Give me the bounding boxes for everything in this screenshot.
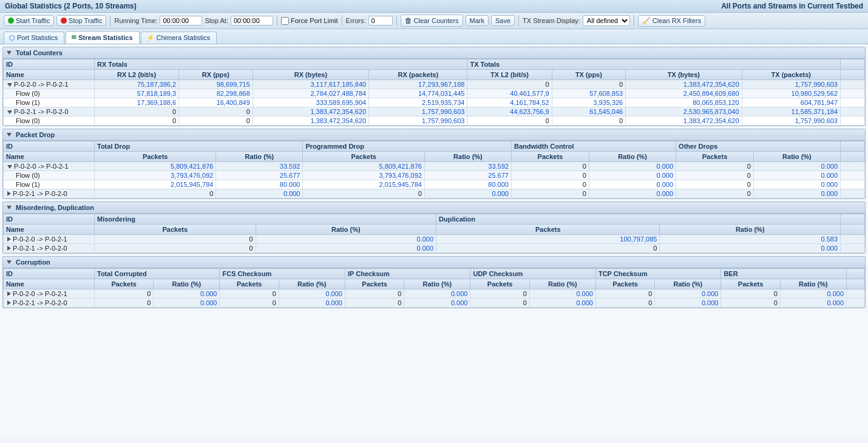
pd-f1-bc-pkt: 0	[511, 180, 589, 189]
tc-f0-tx-l2: 40,461,577,9	[467, 89, 552, 98]
pd-f1-od-pkt: 0	[676, 180, 754, 189]
expand-icon2[interactable]	[7, 110, 12, 114]
cor-expand1[interactable]	[7, 291, 11, 296]
sep5	[518, 15, 519, 26]
corruption-section: Corruption ID Total Corrupted FCS Checks…	[2, 256, 866, 308]
pd-f0-td-ratio: 25.677	[216, 171, 303, 180]
pd-bw-ctrl-header: Bandwidth Control	[511, 141, 676, 152]
cor-r2-fcs-pkt: 0	[220, 299, 279, 308]
stop-traffic-icon	[61, 18, 67, 24]
pd-f0-extra	[841, 171, 865, 180]
mis-r2-mis-ratio: 0.000	[256, 244, 436, 253]
cor-ber-pkt-header: Packets	[721, 279, 780, 289]
tc-f0-tx-bytes: 2,450,894,609,680	[626, 89, 742, 98]
tab-stream-statistics[interactable]: ≋ Stream Statistics	[66, 31, 139, 44]
cor-tc-pkt-header: Packets	[95, 279, 154, 289]
packet-drop-header[interactable]: Packet Drop	[3, 129, 865, 141]
force-port-limit-checkbox[interactable]	[281, 17, 289, 25]
clean-rx-filters-button[interactable]: 🧹 Clean RX Filters	[638, 15, 705, 27]
mis-r1-mis-ratio: 0.000	[256, 235, 436, 244]
tx-stream-display-label: TX Stream Display:	[523, 17, 580, 24]
stop-traffic-button[interactable]: Stop Traffic	[56, 15, 106, 26]
pd-r2-bc-ratio: 0.000	[589, 189, 676, 198]
save-button[interactable]: Save	[491, 15, 515, 26]
mis-dup-ratio-header: Ratio (%)	[660, 225, 841, 235]
pd-od-pkt-header: Packets	[676, 152, 754, 162]
table-row: Flow (1) 17,369,188,6 16,400,849 333,589…	[4, 98, 865, 107]
tab-chimera-statistics[interactable]: ⚡ Chimera Statistics	[141, 32, 217, 44]
table-row: Flow (0) 3,793,476,092 25.677 3,793,476,…	[4, 171, 865, 180]
cor-r2-tc-ratio: 0.000	[154, 299, 220, 308]
tc-extra2-header	[841, 70, 865, 80]
sep4	[396, 15, 397, 26]
mis-expand2[interactable]	[7, 246, 11, 251]
testbed-title: All Ports and Streams in Current Testbed	[721, 2, 863, 10]
tx-stream-display-select[interactable]: All defined	[583, 15, 630, 26]
running-time-label: Running Time:	[114, 17, 157, 24]
tc-rx-l2-header: RX L2 (bit/s)	[95, 70, 179, 80]
tc-tx-bytes: 1,383,472,354,620	[626, 80, 742, 89]
cor-expand2[interactable]	[7, 300, 11, 305]
pd-r2-bc-pkt: 0	[511, 189, 589, 198]
mis-mis-pkt-header: Packets	[95, 225, 256, 235]
tc-f0-extra	[841, 89, 865, 98]
stop-at-label: Stop At:	[205, 17, 228, 24]
tc-rx-bytes-header: RX (bytes)	[253, 70, 368, 80]
pd-row1-name: P-0-2-0 -> P-0-2-1	[4, 162, 95, 171]
mis-mis-ratio-header: Ratio (%)	[256, 225, 436, 235]
tc-rx-pps-header: RX (pps)	[179, 70, 253, 80]
pd-f1-extra	[841, 180, 865, 189]
running-time-input[interactable]	[160, 16, 202, 25]
pd-r1-td-ratio: 33.592	[216, 162, 303, 171]
pd-expand1[interactable]	[7, 165, 12, 169]
tc-f0-tx-packets: 10,980,529,562	[742, 89, 840, 98]
pd-extra-header	[841, 141, 865, 152]
pd-r2-od-ratio: 0.000	[753, 189, 840, 198]
clear-counters-button[interactable]: 🗑 Clear Counters	[401, 15, 463, 27]
cor-ber-header: BER	[721, 269, 847, 279]
tc-r2-f0-tx-bytes: 1,383,472,354,620	[626, 117, 742, 126]
stop-at-input[interactable]	[231, 16, 273, 25]
pd-expand2[interactable]	[7, 191, 11, 196]
tc-f0-rx-pps: 82,298,868	[179, 89, 253, 98]
pd-f0-td-pkt: 3,793,476,092	[95, 171, 216, 180]
tab-port-statistics[interactable]: ⬡ Port Statistics	[4, 32, 64, 44]
pd-f0-bc-ratio: 0.000	[589, 171, 676, 180]
misordering-collapse-icon	[7, 206, 12, 209]
mis-expand1[interactable]	[7, 237, 11, 242]
mark-button[interactable]: Mark	[466, 15, 489, 26]
pd-total-drop-header: Total Drop	[95, 141, 303, 152]
cor-r1-tcp-pkt: 0	[595, 289, 654, 299]
errors-input[interactable]	[368, 16, 393, 25]
pd-f0-od-pkt: 0	[676, 171, 754, 180]
misordering-header[interactable]: Misordering, Duplication	[3, 202, 865, 214]
tabs-bar: ⬡ Port Statistics ≋ Stream Statistics ⚡ …	[0, 29, 868, 44]
force-port-limit-label[interactable]: Force Port Limit	[281, 17, 338, 25]
tc-r2-f0-rx-packets: 1,757,990,603	[369, 117, 467, 126]
tc-r2-f0-rx-l2: 0	[95, 117, 179, 126]
tc-r2-tx-pps: 61,545,046	[552, 107, 626, 117]
sep2	[277, 15, 277, 26]
tc-r2-tx-l2: 44,623,756,9	[467, 107, 552, 117]
tc-tx-l2: 0	[467, 80, 552, 89]
tc-f0-rx-packets: 14,774,031,445	[369, 89, 467, 98]
corruption-header[interactable]: Corruption	[3, 257, 865, 268]
expand-icon[interactable]	[7, 83, 12, 87]
pd-f0-pd-ratio: 25.677	[424, 171, 511, 180]
tc-name-header: Name	[4, 70, 95, 80]
tc-r2-extra	[841, 107, 865, 117]
pd-r1-bc-pkt: 0	[511, 162, 589, 171]
cor-tc-header: Total Corrupted	[95, 269, 220, 279]
chimera-stats-icon: ⚡	[146, 34, 155, 42]
table-row: P-0-2-0 -> P-0-2-1 75,187,386,2 98,699,7…	[4, 80, 865, 89]
tc-tx-l2-header: TX L2 (bit/s)	[467, 70, 552, 80]
start-traffic-button[interactable]: Start Traffic	[4, 15, 54, 26]
cor-ber-ratio-header: Ratio (%)	[780, 279, 846, 289]
tc-rx-totals-header: RX Totals	[95, 59, 467, 70]
total-counters-header[interactable]: Total Counters	[3, 47, 865, 59]
cor-row1-name: P-0-2-0 -> P-0-2-1	[4, 289, 95, 299]
tc-rx-packets-header: RX (packets)	[369, 70, 467, 80]
mis-extra-header	[841, 214, 865, 225]
cor-r1-tc-ratio: 0.000	[154, 289, 220, 299]
pd-f0-bc-pkt: 0	[511, 171, 589, 180]
